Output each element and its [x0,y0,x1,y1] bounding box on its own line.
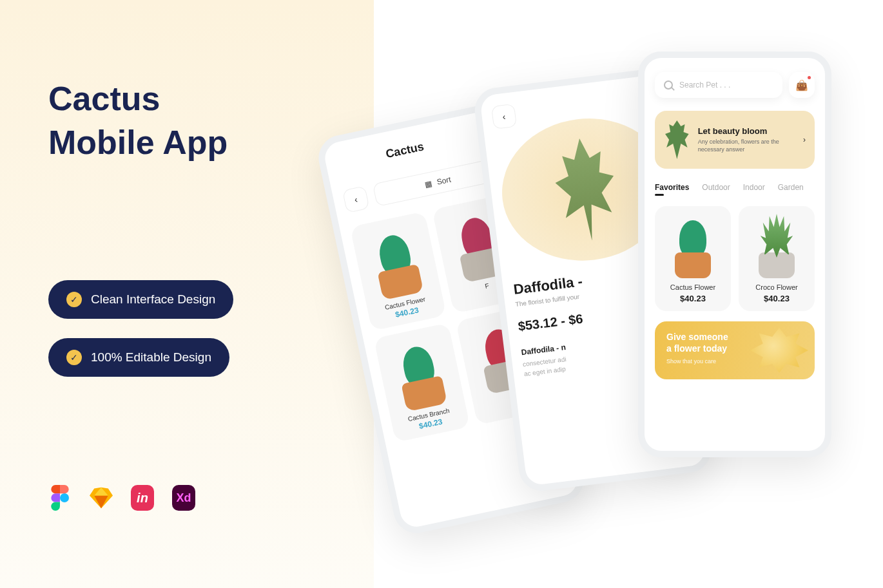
grid-icon: ▦ [424,179,433,189]
product-name: F [484,282,489,290]
back-button[interactable]: ‹ [342,185,370,213]
search-placeholder: Search Pet . . . [679,81,730,90]
promo-title: Cactus Mobile App [48,77,332,164]
promo-panel: Cactus Mobile App ✓ Clean Interface Desi… [48,77,332,509]
notification-dot [808,76,811,79]
chevron-right-icon: › [803,135,806,144]
phone-home: Search Pet . . . 👜 Let beauty bloom Any … [638,52,831,457]
plant-illustration [387,333,452,413]
product-card[interactable]: Cactus Flower $40.23 [350,211,447,331]
product-card[interactable]: Croco Flower $40.23 [739,206,815,311]
tab-favorites[interactable]: Favorites [655,183,689,192]
tab-garden[interactable]: Garden [778,183,804,192]
plant-illustration [670,214,715,278]
search-icon [664,81,673,90]
plant-icon [664,120,690,159]
cart-button[interactable]: 👜 [789,72,815,98]
feature-pill-1-label: Clean Interface Design [91,292,215,307]
feature-pill-2-label: 100% Editable Design [91,350,211,365]
check-icon: ✓ [66,292,82,307]
check-icon: ✓ [66,350,82,365]
feature-pill-1: ✓ Clean Interface Design [48,280,233,319]
product-card[interactable]: Cactus Flower $40.23 [655,206,731,311]
tool-icons-row: in Xd [48,486,332,509]
promo-title-line2: Mobile App [48,124,228,161]
product-name: Cactus Flower [670,283,715,291]
product-card[interactable]: Cactus Branch $40.23 [374,323,471,442]
product-name: Croco Flower [755,283,797,291]
search-input[interactable]: Search Pet . . . [655,72,782,98]
category-tabs: Favorites Outdoor Indoor Garden [655,183,815,192]
back-button[interactable]: ‹ [491,104,517,129]
promo-banner-top[interactable]: Let beauty bloom Any celebration, flower… [655,111,815,169]
xd-icon: Xd [172,486,195,509]
product-price: $40.23 [764,294,790,303]
feature-pill-2: ✓ 100% Editable Design [48,338,229,377]
promo-banner-bottom[interactable]: Give someone a flower today Show that yo… [655,321,815,379]
sketch-icon [90,486,113,509]
phone-mockups: Cactus ‹ ▦ Sort Cactus Flower $40.23 F C… [367,26,844,567]
svg-point-0 [60,493,69,502]
invision-icon: in [131,486,154,509]
banner-title: Let beauty bloom [698,126,795,136]
plant-illustration [754,214,799,278]
bag-icon: 👜 [795,79,808,91]
tab-indoor[interactable]: Indoor [743,183,765,192]
tab-outdoor[interactable]: Outdoor [702,183,730,192]
figma-icon [48,486,72,509]
plant-illustration [364,222,429,301]
banner-subtitle: Any celebration, flowers are the necessa… [698,138,795,153]
sort-label: Sort [436,175,451,187]
product-price: $40.23 [680,294,706,303]
promo-title-line1: Cactus [48,80,160,117]
